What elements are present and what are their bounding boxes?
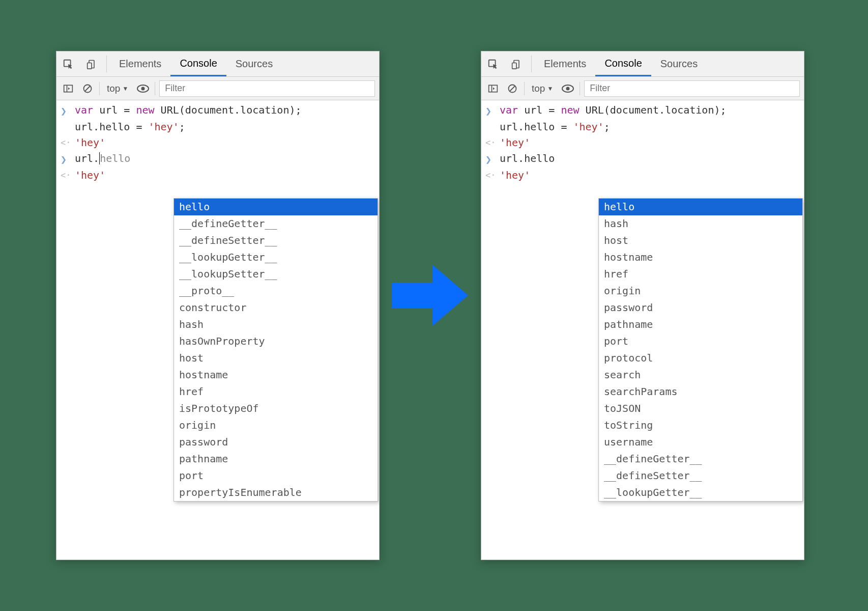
autocomplete-item[interactable]: toJSON [599, 400, 802, 417]
prompt-icon: ❯ [61, 151, 75, 168]
svg-rect-9 [512, 63, 516, 69]
autocomplete-item[interactable]: origin [599, 283, 802, 299]
inspect-icon[interactable] [56, 51, 80, 76]
console-input[interactable]: url.hello [75, 151, 375, 168]
device-icon[interactable] [80, 51, 103, 76]
autocomplete-item[interactable]: __lookupSetter__ [174, 266, 378, 283]
autocomplete-item[interactable]: __proto__ [174, 283, 378, 299]
autocomplete-item[interactable]: href [174, 383, 378, 400]
autocomplete-item[interactable]: hostname [599, 249, 802, 266]
arrow-icon [392, 265, 468, 326]
autocomplete-item[interactable]: __defineSetter__ [174, 232, 378, 249]
return-icon: <· [61, 168, 75, 183]
autocomplete-list[interactable]: hello__defineGetter____defineSetter____l… [174, 199, 378, 501]
tab-sources[interactable]: Sources [226, 51, 282, 76]
clear-console-icon[interactable] [80, 81, 95, 96]
autocomplete-item[interactable]: port [599, 333, 802, 350]
console-toolbar: top ▼ [481, 77, 804, 100]
prompt-icon: ❯ [485, 151, 500, 168]
autocomplete-item[interactable]: __defineSetter__ [599, 467, 802, 484]
context-selector[interactable]: top ▼ [104, 83, 131, 94]
autocomplete-item[interactable]: origin [174, 417, 378, 434]
autocomplete-item[interactable]: isPrototypeOf [174, 400, 378, 417]
clear-console-icon[interactable] [505, 81, 520, 96]
prompt-icon: ❯ [61, 102, 75, 119]
autocomplete-item[interactable]: __defineGetter__ [174, 215, 378, 232]
autocomplete-item[interactable]: host [174, 350, 378, 367]
autocomplete-item[interactable]: host [599, 232, 802, 249]
autocomplete-item[interactable]: pathname [174, 451, 378, 467]
prompt-icon: ❯ [485, 102, 500, 119]
inspect-icon[interactable] [481, 51, 505, 76]
context-label: top [107, 83, 120, 94]
return-value: 'hey' [75, 135, 375, 151]
code-line: url.hello = 'hey'; [75, 119, 375, 135]
return-icon: <· [485, 135, 500, 151]
context-selector[interactable]: top ▼ [529, 83, 556, 94]
console-toolbar: top ▼ [56, 77, 379, 100]
autocomplete-item[interactable]: __lookupGetter__ [174, 249, 378, 266]
autocomplete-item[interactable]: hostname [174, 367, 378, 383]
divider [524, 82, 525, 95]
autocomplete-item[interactable]: password [599, 299, 802, 316]
autocomplete-item[interactable]: constructor [174, 299, 378, 316]
filter-input[interactable] [584, 80, 800, 97]
return-icon: <· [61, 135, 75, 151]
autocomplete-item[interactable]: password [174, 434, 378, 451]
divider [155, 82, 155, 95]
live-expression-icon[interactable] [560, 81, 575, 96]
autocomplete-item[interactable]: username [599, 434, 802, 451]
svg-point-6 [141, 87, 145, 90]
live-expression-icon[interactable] [135, 81, 151, 96]
tab-console[interactable]: Console [170, 51, 226, 76]
tab-elements[interactable]: Elements [110, 51, 170, 76]
sidebar-toggle-icon[interactable] [485, 81, 501, 96]
autocomplete-item[interactable]: searchParams [599, 383, 802, 400]
devtools-panel-right: Elements Console Sources top ▼ [481, 51, 804, 560]
autocomplete-item[interactable]: __lookupGetter__ [599, 484, 802, 501]
chevron-down-icon: ▼ [547, 85, 553, 92]
console-input[interactable]: url.hello [500, 151, 800, 168]
autocomplete-item[interactable]: toString [599, 417, 802, 434]
divider [531, 55, 532, 72]
sidebar-toggle-icon[interactable] [61, 81, 76, 96]
return-value: 'hey' [500, 135, 800, 151]
autocomplete-item[interactable]: hello [599, 199, 802, 215]
console-body: ❯ var url = new URL(document.location); … [481, 100, 804, 183]
code-line: url.hello = 'hey'; [500, 119, 800, 135]
autocomplete-item[interactable]: search [599, 367, 802, 383]
chevron-down-icon: ▼ [122, 85, 128, 92]
autocomplete-item[interactable]: propertyIsEnumerable [174, 484, 378, 501]
tab-elements[interactable]: Elements [535, 51, 595, 76]
code-line: var url = new URL(document.location); [500, 102, 800, 119]
autocomplete-item[interactable]: href [599, 266, 802, 283]
tab-strip: Elements Console Sources [481, 51, 804, 77]
eager-eval: 'hey' [75, 168, 375, 183]
autocomplete-popup: hellohashhosthostnamehreforiginpasswordp… [598, 198, 803, 502]
autocomplete-item[interactable]: hello [174, 199, 378, 215]
return-icon: <· [485, 168, 500, 183]
svg-rect-2 [88, 63, 92, 69]
autocomplete-list[interactable]: hellohashhosthostnamehreforiginpasswordp… [599, 199, 802, 501]
autocomplete-item[interactable]: hasOwnProperty [174, 333, 378, 350]
tab-sources[interactable]: Sources [651, 51, 707, 76]
tab-strip: Elements Console Sources [56, 51, 379, 77]
autocomplete-item[interactable]: port [174, 467, 378, 484]
console-body: ❯ var url = new URL(document.location); … [56, 100, 379, 183]
divider [99, 82, 100, 95]
autocomplete-item[interactable]: __defineGetter__ [599, 451, 802, 467]
autocomplete-item[interactable]: protocol [599, 350, 802, 367]
context-label: top [532, 83, 545, 94]
autocomplete-popup: hello__defineGetter____defineSetter____l… [173, 198, 378, 502]
autocomplete-item[interactable]: hash [174, 316, 378, 333]
divider [106, 55, 107, 72]
autocomplete-item[interactable]: pathname [599, 316, 802, 333]
eager-eval: 'hey' [500, 168, 800, 183]
code-line: var url = new URL(document.location); [75, 102, 375, 119]
devtools-panel-left: Elements Console Sources top ▼ [56, 51, 380, 560]
divider [580, 82, 580, 95]
autocomplete-item[interactable]: hash [599, 215, 802, 232]
device-icon[interactable] [505, 51, 528, 76]
tab-console[interactable]: Console [595, 51, 651, 76]
filter-input[interactable] [159, 80, 375, 97]
